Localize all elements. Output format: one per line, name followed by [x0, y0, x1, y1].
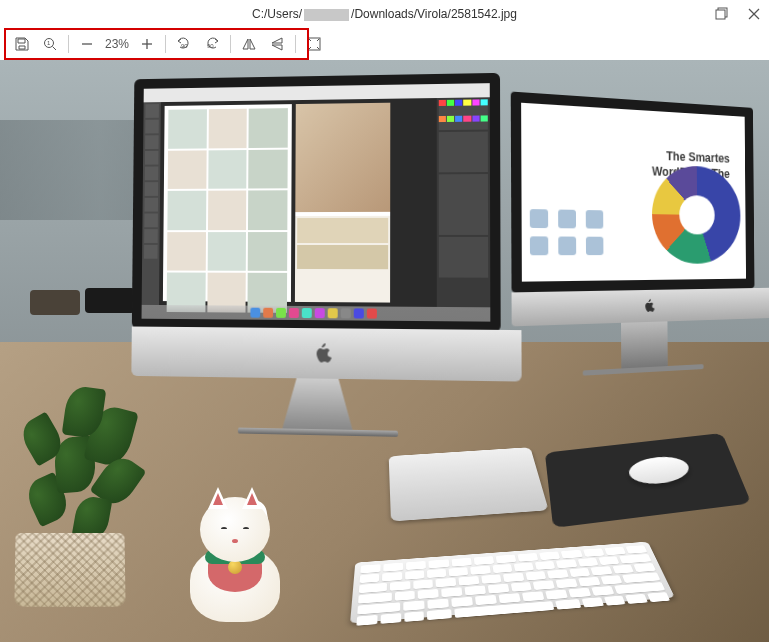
- rotate-left-button[interactable]: 90: [170, 30, 198, 58]
- actual-size-button[interactable]: 1: [36, 30, 64, 58]
- window-controls: [713, 0, 763, 28]
- photo-imac: [131, 73, 511, 409]
- redacted-user: [304, 9, 349, 21]
- zoom-out-button[interactable]: [73, 30, 101, 58]
- svg-text:1: 1: [47, 40, 51, 46]
- photo-plant-pot: [14, 533, 125, 607]
- close-button[interactable]: [745, 5, 763, 23]
- apple-logo-icon: [642, 298, 655, 314]
- restore-button[interactable]: [713, 5, 731, 23]
- svg-line-5: [53, 47, 57, 51]
- apple-logo-icon: [313, 341, 333, 365]
- photo-cat-figurine: [180, 492, 290, 622]
- save-button[interactable]: [8, 30, 36, 58]
- file-path: C:/Users//Downloads/Virola/2581542.jpg: [252, 7, 517, 21]
- path-prefix: C:/Users/: [252, 7, 302, 21]
- photo-monitor2-screen: The Smartes WordPress The: [511, 92, 755, 293]
- titlebar: C:/Users//Downloads/Virola/2581542.jpg: [0, 0, 769, 28]
- photo-imac-chin: [131, 326, 521, 381]
- svg-text:90: 90: [207, 43, 214, 49]
- zoom-level: 23%: [101, 37, 133, 51]
- fullscreen-button[interactable]: [300, 30, 328, 58]
- separator: [230, 35, 231, 53]
- flip-vertical-button[interactable]: [263, 30, 291, 58]
- rotate-right-button[interactable]: 90: [198, 30, 226, 58]
- separator: [165, 35, 166, 53]
- image-viewport[interactable]: The Smartes WordPress The: [0, 60, 769, 642]
- svg-text:90: 90: [181, 43, 188, 49]
- photo-trackpad: [389, 447, 549, 521]
- separator: [68, 35, 69, 53]
- separator: [295, 35, 296, 53]
- photo-imac-screen: [132, 73, 501, 332]
- photo-second-monitor: The Smartes WordPress The: [511, 92, 764, 410]
- svg-rect-1: [716, 10, 725, 19]
- zoom-in-button[interactable]: [133, 30, 161, 58]
- flip-horizontal-button[interactable]: [235, 30, 263, 58]
- toolbar: 1 23% 90 90: [0, 28, 769, 60]
- path-suffix: /Downloads/Virola/2581542.jpg: [351, 7, 517, 21]
